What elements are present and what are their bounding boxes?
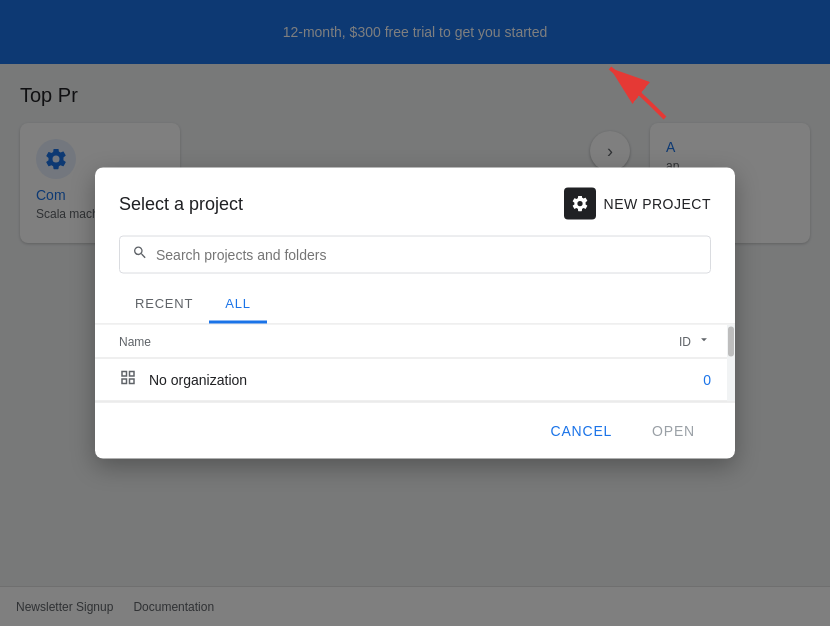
table-container: Name ID No organization 0 <box>95 325 735 402</box>
dialog-header: Select a project NEW PROJECT <box>95 168 735 236</box>
search-box <box>119 236 711 274</box>
select-project-dialog: Select a project NEW PROJECT RECENT ALL <box>95 168 735 459</box>
new-project-settings-icon <box>571 195 589 213</box>
search-icon <box>132 245 148 265</box>
new-project-icon <box>564 188 596 220</box>
scrollbar[interactable] <box>727 325 735 402</box>
col-id-header: ID <box>611 334 691 348</box>
new-project-button[interactable]: NEW PROJECT <box>564 188 711 220</box>
row-id: 0 <box>631 372 711 388</box>
row-grid-icon <box>119 369 137 391</box>
new-project-label: NEW PROJECT <box>604 196 711 212</box>
tab-recent[interactable]: RECENT <box>119 286 209 324</box>
table-header: Name ID <box>95 325 735 359</box>
search-input[interactable] <box>156 247 698 263</box>
col-name-header: Name <box>119 334 611 348</box>
search-container <box>95 236 735 286</box>
dialog-title: Select a project <box>119 193 243 214</box>
sort-icon <box>691 333 711 350</box>
tabs-container: RECENT ALL <box>95 286 735 325</box>
scrollbar-thumb <box>728 327 734 357</box>
table-row[interactable]: No organization 0 <box>95 359 735 402</box>
cancel-button[interactable]: CANCEL <box>535 415 629 447</box>
dialog-footer: CANCEL OPEN <box>95 402 735 459</box>
tab-all[interactable]: ALL <box>209 286 267 324</box>
row-name: No organization <box>149 372 631 388</box>
open-button[interactable]: OPEN <box>636 415 711 447</box>
